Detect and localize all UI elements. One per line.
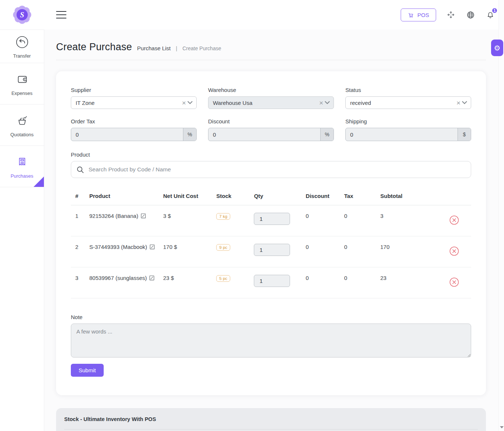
- page-head: Create Purchase Purchase List | Create P…: [56, 41, 498, 53]
- discount-field-group: Discount %: [208, 118, 334, 141]
- row-discount: 0: [306, 205, 344, 236]
- basket-check-icon: [14, 113, 30, 129]
- status-clear-icon[interactable]: ×: [455, 99, 462, 106]
- delete-row-button[interactable]: [449, 277, 459, 288]
- breadcrumb-create-purchase[interactable]: Create Purchase: [182, 45, 221, 51]
- shipping-input[interactable]: [346, 128, 458, 141]
- edit-icon[interactable]: [149, 275, 155, 281]
- row-num: 3: [71, 267, 89, 298]
- row-subtotal: 170: [380, 236, 449, 267]
- table-row: 3 80539967 (sunglasses) 23 $ 5 pc 0 0 23: [71, 267, 471, 298]
- order-tax-field-group: Order Tax %: [71, 118, 197, 141]
- table-row: 1 92153264 (Banana) 3 $ 7 kg 0 0 3: [71, 205, 471, 236]
- sidebar-item-transfer[interactable]: Transfer: [0, 30, 44, 63]
- breadcrumb-purchase-list[interactable]: Purchase List: [137, 45, 171, 51]
- row-tax: 0: [344, 205, 380, 236]
- table-header-row: # Product Net Unit Cost Stock Qty Discou…: [71, 188, 471, 205]
- settings-fab-button[interactable]: ⚙: [491, 40, 503, 56]
- note-label: Note: [71, 314, 471, 320]
- sidebar-item-label: Transfer: [13, 53, 31, 59]
- cart-icon: [408, 12, 414, 18]
- chevron-down-icon[interactable]: [187, 101, 193, 105]
- row-subtotal: 23: [380, 267, 449, 298]
- qty-input[interactable]: [254, 275, 290, 287]
- order-tax-label: Order Tax: [71, 118, 197, 124]
- wallet-icon: [14, 72, 30, 87]
- top-bar: S POS: [0, 0, 504, 30]
- logo-wrap: S: [0, 5, 44, 25]
- status-select[interactable]: received ×: [345, 96, 471, 109]
- warehouse-select[interactable]: Warehouse Usa ×: [208, 96, 334, 109]
- product-search: [71, 161, 471, 178]
- sidebar-item-label: Quotations: [10, 132, 34, 137]
- status-label: Status: [345, 87, 471, 93]
- menu-toggle-icon[interactable]: [56, 11, 66, 18]
- shipping-suffix: $: [458, 128, 471, 141]
- status-value: received: [350, 100, 455, 106]
- edit-icon[interactable]: [141, 213, 146, 219]
- supplier-value: IT Zone: [76, 100, 180, 106]
- status-field-group: Status received ×: [345, 87, 471, 109]
- notifications-button[interactable]: 1: [486, 10, 495, 20]
- row-num: 2: [71, 236, 89, 267]
- supplier-clear-icon[interactable]: ×: [180, 99, 187, 106]
- submit-button[interactable]: Submit: [71, 364, 104, 377]
- app-logo-icon[interactable]: S: [12, 5, 32, 25]
- row-num: 1: [71, 205, 89, 236]
- fullscreen-button[interactable]: [446, 10, 456, 20]
- edit-icon[interactable]: [149, 244, 155, 250]
- delete-circle-icon: [449, 277, 459, 287]
- product-search-input[interactable]: [89, 166, 466, 173]
- sidebar-item-quotations[interactable]: Quotations: [0, 105, 44, 146]
- col-net-unit-cost: Net Unit Cost: [163, 188, 216, 205]
- active-corner-marker: [34, 177, 44, 187]
- footer-title: Stock - Ultimate Inventory With POS: [64, 416, 478, 422]
- pos-button[interactable]: POS: [401, 8, 436, 21]
- sidebar-item-label: Purchases: [11, 173, 33, 179]
- topbar-actions: POS 1: [401, 8, 495, 21]
- discount-suffix: %: [320, 128, 334, 141]
- footer: Stock - Ultimate Inventory With POS © 20…: [56, 408, 486, 431]
- qty-input[interactable]: [254, 213, 290, 225]
- chevron-down-icon[interactable]: [325, 101, 330, 105]
- warehouse-clear-icon[interactable]: ×: [318, 99, 325, 106]
- product-name: 92153264 (Banana): [89, 213, 138, 219]
- row-subtotal: 3: [380, 205, 449, 236]
- note-textarea[interactable]: [71, 324, 471, 358]
- sidebar-item-label: Expenses: [11, 90, 32, 96]
- chevron-down-icon[interactable]: [462, 101, 467, 105]
- col-stock: Stock: [216, 188, 254, 205]
- globe-icon: [466, 11, 475, 19]
- qty-input[interactable]: [254, 244, 290, 256]
- col-tax: Tax: [344, 188, 380, 205]
- search-icon: [76, 166, 84, 174]
- scrollbar-down-arrow-icon[interactable]: [500, 426, 504, 428]
- footer-divider: [64, 429, 478, 430]
- gear-icon: ⚙: [494, 44, 501, 52]
- discount-label: Discount: [208, 118, 334, 124]
- scrollbar[interactable]: [498, 0, 504, 431]
- delete-circle-icon: [449, 246, 459, 256]
- sidebar: Transfer Expenses Quotations Purchases: [0, 30, 44, 431]
- product-label: Product: [71, 151, 471, 158]
- row-discount: 0: [306, 267, 344, 298]
- supplier-select[interactable]: IT Zone ×: [71, 96, 197, 109]
- notification-count-badge: 1: [491, 7, 498, 14]
- discount-input[interactable]: [208, 128, 320, 141]
- title-divider: [56, 60, 486, 60]
- transfer-icon: [14, 34, 30, 50]
- supplier-label: Supplier: [71, 87, 197, 93]
- sidebar-item-purchases[interactable]: Purchases: [0, 146, 44, 187]
- sidebar-item-expenses[interactable]: Expenses: [0, 63, 44, 105]
- row-tax: 0: [344, 267, 380, 298]
- warehouse-value: Warehouse Usa: [213, 100, 318, 106]
- order-tax-suffix: %: [183, 128, 196, 141]
- receipt-icon: [14, 154, 30, 170]
- delete-row-button[interactable]: [449, 215, 459, 226]
- logo-letter: S: [20, 11, 24, 19]
- supplier-field-group: Supplier IT Zone ×: [71, 87, 197, 109]
- order-tax-input[interactable]: [71, 128, 183, 141]
- warehouse-label: Warehouse: [208, 87, 334, 93]
- delete-row-button[interactable]: [449, 246, 459, 257]
- language-button[interactable]: [466, 10, 476, 20]
